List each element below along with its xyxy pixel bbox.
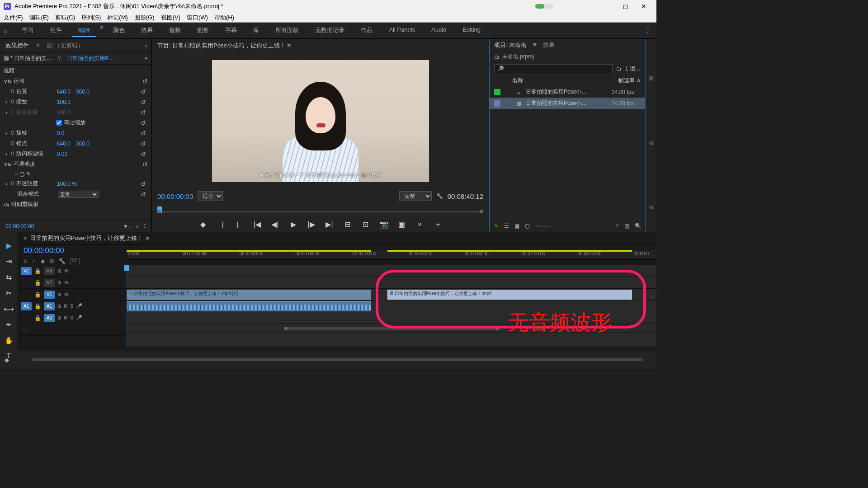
overflow-icon[interactable]: » bbox=[145, 42, 148, 49]
eye-icon[interactable]: 👁 bbox=[64, 291, 69, 298]
video-clip-1[interactable]: 日常拍照的实用Pose小技巧，让你更上镜！.mp4 [V] bbox=[127, 290, 371, 300]
menu-window[interactable]: 窗口(W) bbox=[187, 14, 208, 22]
reset-icon[interactable]: ↺ bbox=[141, 130, 146, 137]
scale-value[interactable]: 100.0 bbox=[57, 99, 71, 105]
markers-tab-2[interactable]: M bbox=[649, 205, 653, 210]
mute-icon[interactable]: M bbox=[64, 315, 67, 320]
tab-effect-controls[interactable]: 效果控件 bbox=[4, 41, 31, 51]
step-back-icon[interactable]: ◀| bbox=[270, 220, 281, 230]
extract-icon[interactable]: ⊡ bbox=[360, 220, 371, 230]
reset-icon[interactable]: ↺ bbox=[141, 109, 146, 116]
zoom-slider[interactable]: ○─── bbox=[535, 223, 550, 229]
ripple-tool-icon[interactable]: ⇆ bbox=[6, 273, 12, 282]
panel-menu-icon[interactable]: ≡ bbox=[36, 42, 39, 49]
workspace-audio-en[interactable]: Audio bbox=[425, 24, 453, 37]
project-item[interactable]: ≣ 日常拍照的实用Pose小… 24.00 fps bbox=[490, 86, 645, 98]
lock-icon[interactable]: 🔒 bbox=[34, 280, 41, 286]
panel-menu-icon[interactable]: ≡ bbox=[287, 42, 291, 49]
play-icon[interactable]: ▶ bbox=[288, 220, 299, 230]
button-editor-icon[interactable]: ＋ bbox=[433, 220, 443, 230]
mark-in-icon[interactable]: ｛ bbox=[216, 220, 226, 230]
menu-view[interactable]: 视图(V) bbox=[161, 14, 180, 22]
reset-opacity-icon[interactable]: ↺ bbox=[142, 161, 148, 168]
tab-project[interactable]: 项目: 未命名 bbox=[494, 41, 527, 49]
mute-icon[interactable]: M bbox=[64, 304, 67, 309]
mic-icon[interactable]: 🎤 bbox=[76, 303, 82, 309]
lock-icon[interactable]: 🔒 bbox=[34, 291, 41, 298]
timeline-timecode[interactable]: 00:00:00:00 bbox=[18, 244, 127, 257]
eye-icon[interactable]: 👁 bbox=[64, 268, 69, 274]
program-video-frame[interactable]: 今天想跟你们聊一下 关于拍照怎么摆pose的一些小技巧 bbox=[212, 60, 429, 182]
export-icon[interactable]: ⤴ bbox=[646, 28, 649, 34]
resolution-select[interactable]: 完整 bbox=[399, 191, 432, 201]
maximize-button[interactable]: ◻ bbox=[617, 3, 635, 10]
rect-mask-icon[interactable]: ▢ bbox=[19, 171, 24, 177]
pen-tool-icon[interactable]: ✒ bbox=[6, 320, 12, 329]
menu-help[interactable]: 帮助(H) bbox=[214, 14, 234, 22]
workspace-libraries[interactable]: 库 bbox=[247, 24, 265, 37]
export-frame-icon[interactable]: 📷 bbox=[378, 220, 389, 230]
lumetri-tab[interactable]: 基 bbox=[649, 75, 654, 82]
wrench-icon[interactable]: 🔧 bbox=[59, 258, 66, 264]
lock-icon[interactable]: 🔒 bbox=[34, 268, 41, 274]
razor-tool-icon[interactable]: ✂ bbox=[6, 289, 12, 297]
audio-clip-1[interactable] bbox=[127, 301, 371, 311]
ellipse-mask-icon[interactable]: ○ bbox=[14, 171, 18, 177]
home-icon[interactable]: ⌂ bbox=[4, 28, 7, 34]
filter-icon[interactable]: ▼₊ bbox=[123, 223, 131, 230]
workspace-editing-en[interactable]: Editing bbox=[456, 24, 487, 37]
panel-menu-icon[interactable]: ≡ bbox=[146, 235, 149, 242]
find-icon[interactable]: 🔍 bbox=[635, 223, 642, 229]
go-to-out-icon[interactable]: ▶| bbox=[324, 220, 335, 230]
sort-icon[interactable]: ≡ bbox=[616, 223, 619, 229]
anchor-x[interactable]: 640.0 bbox=[57, 141, 71, 147]
reset-icon[interactable]: ↺ bbox=[141, 180, 146, 188]
marker-icon[interactable]: ◆ bbox=[41, 258, 45, 264]
workspace-production[interactable]: 作品 bbox=[354, 24, 379, 37]
lock-icon[interactable]: 🔒 bbox=[34, 303, 41, 310]
program-timecode-left[interactable]: 00:00:00:00 bbox=[157, 192, 193, 200]
col-fps[interactable]: 帧速率 bbox=[618, 77, 635, 84]
track-select-tool-icon[interactable]: ⇥ bbox=[6, 257, 12, 266]
menu-graphics[interactable]: 图形(G) bbox=[134, 14, 155, 22]
menu-markers[interactable]: 标记(M) bbox=[107, 14, 128, 22]
panel-menu-icon[interactable]: ≡ bbox=[533, 41, 537, 49]
new-bin-icon[interactable]: 🗀 bbox=[616, 66, 622, 72]
tab-source[interactable]: 源:（无剪辑） bbox=[45, 41, 85, 51]
rotation-value[interactable]: 0.0 bbox=[57, 130, 65, 136]
icon-view-icon[interactable]: ▦ bbox=[514, 223, 519, 229]
mark-out-icon[interactable]: ｝ bbox=[234, 220, 245, 230]
reset-icon[interactable]: ↺ bbox=[141, 99, 146, 106]
workspace-audio[interactable]: 音频 bbox=[163, 24, 187, 37]
menu-sequence[interactable]: 序列(S) bbox=[81, 14, 101, 22]
reset-icon[interactable]: ↺ bbox=[141, 191, 146, 198]
wrench-icon[interactable]: 🔧 bbox=[436, 193, 443, 199]
snap-icon[interactable]: ⊼ bbox=[24, 258, 28, 264]
menubar[interactable]: 文件(F) 编辑(E) 剪辑(C) 序列(S) 标记(M) 图形(G) 视图(V… bbox=[0, 13, 656, 23]
tgt-a1[interactable]: A1 bbox=[44, 302, 55, 310]
selection-tool-icon[interactable]: ▶ bbox=[6, 241, 12, 250]
workspace-all-panels[interactable]: 所有面板 bbox=[269, 24, 305, 37]
automate-icon[interactable]: ▥ bbox=[624, 223, 629, 229]
sync-lock-icon[interactable]: ⊞ bbox=[57, 304, 61, 309]
tgt-v3[interactable]: V3 bbox=[44, 267, 55, 275]
freeform-view-icon[interactable]: ▢ bbox=[525, 223, 530, 229]
timeline-tracks[interactable]: 日常拍照的实用Pose小技巧，让你更上镜！.mp4 [V] 日常拍照的实用Pos… bbox=[127, 265, 656, 347]
mic-icon[interactable]: 🎤 bbox=[76, 315, 82, 321]
timeline-ruler[interactable]: :00:00 00:01:00:00 00:02:00:00 00:03:00:… bbox=[127, 250, 656, 260]
flicker-value[interactable]: 0.00 bbox=[57, 151, 67, 157]
bin-icon[interactable]: 🗀 bbox=[494, 54, 500, 60]
linked-selection-icon[interactable]: ∩ bbox=[32, 258, 36, 264]
col-name[interactable]: 名称 bbox=[512, 77, 618, 84]
minimize-button[interactable]: — bbox=[599, 3, 617, 10]
opacity-value[interactable]: 100.0 % bbox=[57, 181, 77, 187]
slip-tool-icon[interactable]: ⟷ bbox=[4, 305, 14, 313]
label-swatch[interactable] bbox=[494, 89, 500, 95]
sync-lock-icon[interactable]: ⊞ bbox=[57, 292, 61, 297]
sync-lock-icon[interactable]: ⊞ bbox=[57, 315, 61, 320]
pen-mask-icon[interactable]: ✎ bbox=[26, 171, 31, 177]
workspace-learn[interactable]: 学习 bbox=[16, 24, 40, 37]
markers-tab-1[interactable]: M bbox=[649, 141, 653, 146]
tgt-v1[interactable]: V1 bbox=[44, 291, 55, 299]
sync-lock-icon[interactable]: ⊞ bbox=[57, 280, 61, 285]
